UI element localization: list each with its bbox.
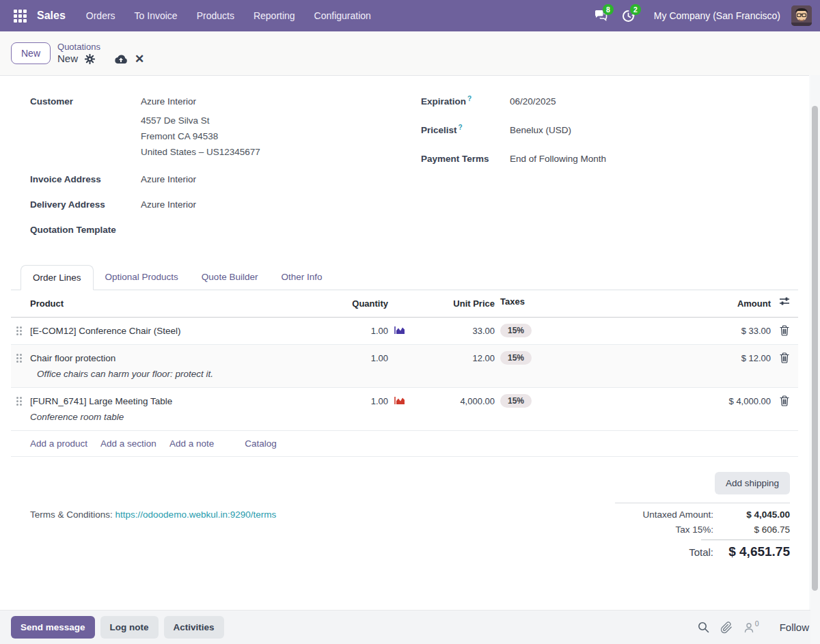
- col-unit-price[interactable]: Unit Price: [413, 290, 495, 316]
- unit-price-cell[interactable]: 12.00: [413, 345, 495, 363]
- product-name[interactable]: Chair floor protection: [30, 353, 115, 363]
- tax-value: $ 606.75: [713, 524, 790, 535]
- payment-terms-value[interactable]: End of Following Month: [510, 153, 606, 165]
- delete-row-icon[interactable]: [771, 345, 798, 365]
- tab-quote-builder[interactable]: Quote Builder: [190, 265, 270, 290]
- delete-row-icon[interactable]: [771, 318, 798, 338]
- col-taxes[interactable]: Taxes: [495, 290, 611, 313]
- add-product-link[interactable]: Add a product: [30, 438, 87, 449]
- tab-other-info[interactable]: Other Info: [269, 265, 333, 290]
- save-cloud-icon[interactable]: [114, 54, 128, 64]
- delivery-address-label: Delivery Address: [30, 199, 141, 211]
- payment-terms-field: Payment Terms End of Following Month: [421, 153, 790, 165]
- tax-badge[interactable]: 15%: [500, 351, 532, 365]
- payment-terms-label: Payment Terms: [421, 153, 510, 165]
- nav-item-orders[interactable]: Orders: [78, 6, 124, 25]
- quantity-cell[interactable]: 1.00: [320, 318, 388, 336]
- customer-address: 4557 De Silva St Fremont CA 94538 United…: [141, 113, 260, 160]
- top-navbar: Sales Orders To Invoice Products Reporti…: [0, 0, 820, 31]
- optional-columns-icon[interactable]: [771, 290, 798, 315]
- tab-optional-products[interactable]: Optional Products: [94, 265, 190, 290]
- expiration-value[interactable]: 06/20/2025: [510, 96, 556, 108]
- expiration-field: Expiration? 06/20/2025: [421, 96, 790, 108]
- followers-icon[interactable]: 0: [743, 622, 759, 633]
- follow-button[interactable]: Follow: [780, 621, 809, 633]
- scrollbar-track[interactable]: [810, 75, 820, 644]
- total-value: $ 4,651.75: [713, 544, 790, 559]
- send-message-button[interactable]: Send message: [11, 616, 95, 639]
- drag-handle-icon[interactable]: [11, 388, 30, 406]
- quotation-template-label: Quotation Template: [30, 224, 141, 235]
- drag-handle-icon[interactable]: [11, 318, 30, 335]
- messages-icon[interactable]: 8: [590, 5, 613, 26]
- tax-label: Tax 15%:: [675, 524, 713, 535]
- terms-link[interactable]: https://odoodemo.webkul.in:9290/terms: [115, 509, 277, 520]
- breadcrumb-quotations-link[interactable]: Quotations: [57, 42, 144, 53]
- table-row[interactable]: [E-COM12] Conference Chair (Steel) 1.00 …: [11, 318, 798, 345]
- table-row[interactable]: [FURN_6741] Large Meeting Table Conferen…: [11, 388, 798, 431]
- table-footer-links: Add a product Add a section Add a note C…: [11, 431, 798, 457]
- unit-price-cell[interactable]: 4,000.00: [413, 388, 495, 406]
- quotation-sheet: Customer Azure Interior 4557 De Silva St…: [0, 75, 809, 610]
- unit-price-cell[interactable]: 33.00: [413, 318, 495, 336]
- product-name[interactable]: [FURN_6741] Large Meeting Table: [30, 396, 172, 406]
- catalog-link[interactable]: Catalog: [245, 438, 277, 449]
- add-section-link[interactable]: Add a section: [100, 438, 156, 449]
- tax-badge[interactable]: 15%: [500, 394, 532, 408]
- activities-icon[interactable]: 2: [617, 5, 640, 26]
- nav-item-to-invoice[interactable]: To Invoice: [126, 6, 186, 25]
- log-note-button[interactable]: Log note: [100, 616, 159, 639]
- quantity-cell[interactable]: 1.00: [320, 345, 388, 363]
- col-quantity[interactable]: Quantity: [320, 290, 388, 316]
- tax-badge[interactable]: 15%: [500, 324, 532, 337]
- pricelist-value[interactable]: Benelux (USD): [510, 124, 571, 137]
- product-name[interactable]: [E-COM12] Conference Chair (Steel): [30, 326, 181, 336]
- invoice-address-value[interactable]: Azure Interior: [141, 173, 196, 186]
- table-row[interactable]: Chair floor protection Office chairs can…: [11, 345, 798, 388]
- col-amount[interactable]: Amount: [611, 290, 771, 316]
- quantity-cell[interactable]: 1.00: [320, 388, 388, 406]
- gear-icon[interactable]: [85, 54, 95, 64]
- nav-menu: Orders To Invoice Products Reporting Con…: [78, 6, 379, 25]
- app-brand[interactable]: Sales: [37, 10, 66, 22]
- margin-chart-icon[interactable]: [388, 388, 413, 407]
- discard-icon[interactable]: ✕: [135, 53, 144, 65]
- delete-row-icon[interactable]: [771, 388, 798, 408]
- activities-badge: 2: [630, 4, 641, 15]
- help-icon[interactable]: ?: [467, 95, 472, 102]
- total-label: Total:: [689, 546, 713, 558]
- drag-handle-icon[interactable]: [11, 345, 30, 363]
- col-product[interactable]: Product: [30, 290, 320, 317]
- delivery-address-value[interactable]: Azure Interior: [141, 199, 196, 211]
- followers-count: 0: [755, 619, 759, 628]
- order-lines-table: Product Quantity Unit Price Taxes Amount…: [11, 290, 798, 457]
- add-note-link[interactable]: Add a note: [169, 438, 214, 449]
- amount-cell: $ 12.00: [611, 345, 771, 363]
- expiration-label: Expiration: [421, 96, 466, 107]
- customer-value[interactable]: Azure Interior: [141, 96, 260, 108]
- breadcrumb: Quotations New: [57, 42, 144, 66]
- attachment-icon[interactable]: [720, 621, 733, 634]
- amount-cell: $ 4,000.00: [611, 388, 771, 406]
- search-messages-icon[interactable]: [698, 621, 709, 633]
- nav-item-configuration[interactable]: Configuration: [306, 6, 379, 25]
- margin-chart-icon[interactable]: [388, 318, 413, 337]
- company-switcher[interactable]: My Company (San Francisco): [654, 10, 780, 21]
- new-button[interactable]: New: [11, 42, 51, 64]
- product-description[interactable]: Office chairs can harm your floor: prote…: [30, 369, 313, 379]
- notebook-tabs: Order Lines Optional Products Quote Buil…: [11, 264, 798, 290]
- customer-label: Customer: [30, 96, 141, 160]
- nav-item-products[interactable]: Products: [189, 6, 243, 25]
- apps-grid-icon[interactable]: [10, 5, 30, 26]
- tab-order-lines[interactable]: Order Lines: [20, 265, 94, 290]
- activities-button[interactable]: Activities: [164, 616, 224, 639]
- messages-badge: 8: [603, 4, 614, 15]
- help-icon[interactable]: ?: [459, 124, 463, 131]
- add-shipping-button[interactable]: Add shipping: [715, 472, 790, 494]
- product-description[interactable]: Conference room table: [30, 412, 313, 422]
- user-avatar[interactable]: [791, 5, 812, 26]
- delivery-address-field: Delivery Address Azure Interior: [30, 199, 413, 211]
- scrollbar-thumb[interactable]: [812, 106, 818, 591]
- terms-label: Terms & Conditions:: [30, 509, 113, 520]
- nav-item-reporting[interactable]: Reporting: [245, 6, 303, 25]
